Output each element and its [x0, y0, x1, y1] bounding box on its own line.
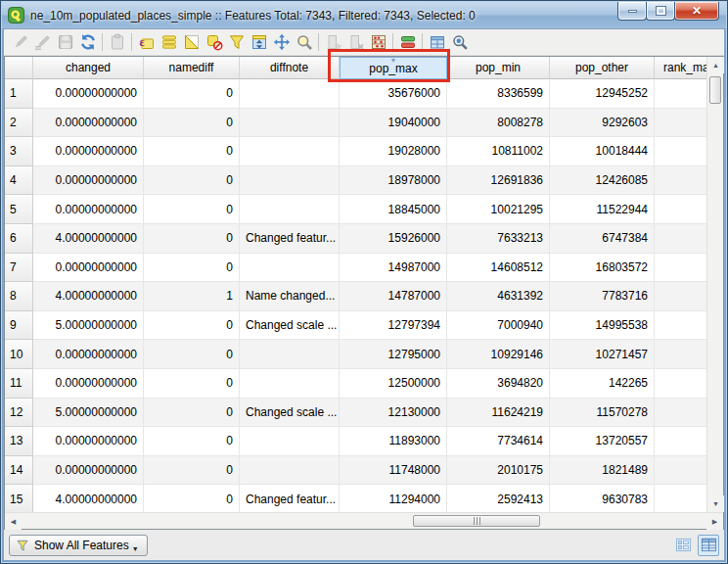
cell-pop_other[interactable]: 13720557 — [550, 427, 655, 456]
cell-pop_min[interactable]: 2010175 — [447, 456, 550, 486]
cell-rank_max[interactable] — [655, 340, 706, 369]
cell-namediff[interactable]: 0 — [144, 311, 240, 341]
cell-changed[interactable]: 0.00000000000 — [33, 137, 144, 166]
cell-pop_max[interactable]: 11893000 — [340, 427, 447, 456]
cell-changed[interactable]: 0.00000000000 — [33, 166, 144, 196]
cell-namediff[interactable]: 0 — [144, 456, 240, 486]
pan-to-selection-button[interactable] — [270, 31, 293, 54]
cell-diffnote[interactable] — [240, 369, 340, 399]
cell-pop_other[interactable]: 10018444 — [550, 137, 655, 166]
cell-pop_min[interactable]: 7633213 — [447, 224, 550, 254]
row-number[interactable]: 11 — [5, 369, 33, 399]
horizontal-scrollbar[interactable]: ◀ ▶ — [5, 512, 723, 529]
select-all-button[interactable] — [158, 31, 180, 54]
row-number[interactable]: 8 — [5, 282, 33, 311]
row-number[interactable]: 4 — [5, 166, 33, 196]
cell-pop_min[interactable]: 11624219 — [447, 399, 550, 428]
cell-pop_max[interactable]: 11748000 — [340, 456, 447, 486]
cell-diffnote[interactable] — [240, 109, 340, 138]
cell-changed[interactable]: 0.00000000000 — [33, 369, 144, 399]
cell-rank_max[interactable] — [655, 311, 706, 341]
cell-changed[interactable]: 4.00000000000 — [33, 485, 144, 512]
cell-rank_max[interactable] — [655, 195, 706, 224]
cell-diffnote[interactable]: Changed featur... — [240, 224, 340, 254]
cell-pop_min[interactable]: 14608512 — [447, 254, 550, 283]
move-selection-to-top-button[interactable] — [248, 31, 270, 54]
cell-pop_max[interactable]: 18845000 — [340, 195, 447, 224]
column-header-pop_min[interactable]: pop_min — [447, 57, 550, 79]
zoom-to-selection-button[interactable] — [293, 31, 315, 54]
cell-pop_max[interactable]: 19040000 — [340, 109, 447, 138]
cell-namediff[interactable]: 0 — [144, 369, 240, 399]
cell-pop_min[interactable]: 10929146 — [447, 340, 550, 369]
cell-diffnote[interactable] — [240, 79, 340, 109]
cell-pop_other[interactable]: 11570278 — [550, 399, 655, 428]
close-button[interactable]: ✕ — [674, 2, 719, 21]
cell-rank_max[interactable] — [655, 166, 706, 196]
invert-selection-button[interactable] — [180, 31, 203, 54]
deselect-all-button[interactable] — [203, 31, 225, 54]
cell-rank_max[interactable] — [655, 224, 706, 254]
column-header-corner[interactable] — [5, 57, 33, 79]
column-header-diffnote[interactable]: diffnote — [240, 57, 340, 79]
cell-changed[interactable]: 0.00000000000 — [33, 79, 144, 109]
form-view-button[interactable] — [672, 535, 694, 556]
cell-diffnote[interactable] — [240, 340, 340, 369]
column-header-changed[interactable]: changed — [33, 57, 144, 79]
cell-namediff[interactable]: 0 — [144, 224, 240, 254]
cell-pop_max[interactable]: 14787000 — [340, 282, 447, 311]
cell-changed[interactable]: 0.00000000000 — [33, 195, 144, 224]
cell-changed[interactable]: 5.00000000000 — [33, 311, 144, 341]
cell-namediff[interactable]: 0 — [144, 254, 240, 283]
cell-pop_min[interactable]: 8008278 — [447, 109, 550, 138]
cell-namediff[interactable]: 0 — [144, 485, 240, 512]
cell-pop_max[interactable]: 12130000 — [340, 399, 447, 428]
cell-changed[interactable]: 5.00000000000 — [33, 399, 144, 428]
row-number[interactable]: 13 — [5, 427, 33, 456]
cell-rank_max[interactable] — [655, 137, 706, 166]
cell-pop_min[interactable]: 10021295 — [447, 195, 550, 224]
cell-pop_other[interactable]: 9630783 — [550, 485, 655, 512]
cell-rank_max[interactable] — [655, 485, 706, 512]
maximize-button[interactable] — [646, 2, 675, 21]
select-by-expression-button[interactable]: ε — [135, 31, 158, 54]
cell-pop_max[interactable]: 19028000 — [340, 137, 447, 166]
cell-rank_max[interactable] — [655, 282, 706, 311]
cell-pop_min[interactable]: 8336599 — [447, 79, 550, 109]
cell-diffnote[interactable] — [240, 166, 340, 196]
cell-pop_other[interactable]: 10271457 — [550, 340, 655, 369]
scroll-right-icon[interactable]: ▶ — [706, 513, 723, 530]
cell-pop_max[interactable]: 35676000 — [340, 79, 447, 109]
conditional-formatting-button[interactable] — [396, 31, 419, 54]
cell-namediff[interactable]: 0 — [144, 399, 240, 428]
cell-rank_max[interactable] — [655, 369, 706, 399]
cell-pop_other[interactable]: 16803572 — [550, 254, 655, 283]
row-number[interactable]: 2 — [5, 109, 33, 138]
cell-pop_min[interactable]: 7734614 — [447, 427, 550, 456]
cell-diffnote[interactable]: Changed scale ... — [240, 311, 340, 341]
row-number[interactable]: 10 — [5, 340, 33, 369]
minimize-button[interactable] — [617, 2, 647, 21]
filter-select-button[interactable] — [225, 31, 248, 54]
row-number[interactable]: 5 — [5, 195, 33, 224]
column-header-pop_other[interactable]: pop_other — [550, 57, 655, 79]
cell-pop_max[interactable]: 12795000 — [340, 340, 447, 369]
row-number[interactable]: 9 — [5, 311, 33, 341]
cell-pop_max[interactable]: 14987000 — [340, 254, 447, 283]
cell-rank_max[interactable] — [655, 427, 706, 456]
row-number[interactable]: 15 — [5, 485, 33, 512]
cell-diffnote[interactable] — [240, 427, 340, 456]
cell-namediff[interactable]: 0 — [144, 79, 240, 109]
cell-diffnote[interactable] — [240, 254, 340, 283]
cell-rank_max[interactable] — [655, 456, 706, 486]
cell-changed[interactable]: 0.00000000000 — [33, 456, 144, 486]
dock-attribute-table-button[interactable] — [426, 31, 448, 54]
cell-pop_min[interactable]: 4631392 — [447, 282, 550, 311]
cell-pop_min[interactable]: 12691836 — [447, 166, 550, 196]
table-view-button[interactable] — [698, 535, 719, 556]
cell-changed[interactable]: 0.00000000000 — [33, 254, 144, 283]
horizontal-scrollbar-thumb[interactable] — [413, 515, 540, 527]
cell-pop_other[interactable]: 11522944 — [550, 195, 655, 224]
cell-pop_other[interactable]: 6747384 — [550, 224, 655, 254]
cell-diffnote[interactable] — [240, 137, 340, 166]
